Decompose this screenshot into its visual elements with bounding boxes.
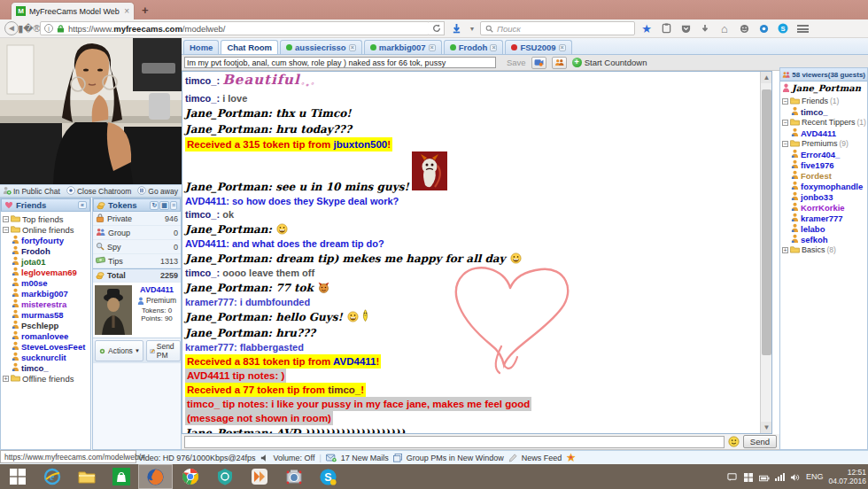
chat-username[interactable]: kramer777:	[185, 342, 240, 353]
friend-item[interactable]: romanlovee	[12, 330, 90, 341]
windows-tray-icon[interactable]	[743, 471, 754, 482]
list-icon[interactable]: ≡	[170, 201, 177, 210]
tab-close-icon[interactable]: ×	[124, 6, 129, 16]
viewer-item[interactable]: sefkoh	[791, 234, 867, 244]
go-away-button[interactable]: Go away	[137, 186, 178, 197]
downloads-button[interactable]	[448, 21, 464, 35]
download-arrow-icon[interactable]	[697, 21, 713, 35]
mail-icon[interactable]	[326, 454, 337, 462]
friend-item[interactable]: Pschlepp	[12, 320, 90, 330]
expand-toggle-icon[interactable]: −	[782, 98, 788, 105]
taskbar-security-app-icon[interactable]	[207, 464, 242, 489]
friend-item[interactable]: m00se	[12, 277, 90, 288]
home-icon[interactable]: ⌂	[717, 21, 732, 35]
viewer-group-friends[interactable]: −Friends (1)	[782, 96, 867, 106]
action-center-icon[interactable]	[727, 471, 738, 482]
chat-tab-frodoh[interactable]: Frodoh×	[444, 40, 504, 54]
save-topic-button[interactable]: Save	[507, 58, 526, 67]
room-topic-input[interactable]	[184, 57, 496, 68]
viewer-item[interactable]: Error404_	[791, 149, 867, 159]
friends-panel-header[interactable]: Friends «	[1, 198, 90, 212]
chat-username[interactable]: Jane_Portman:	[185, 311, 275, 323]
language-indicator[interactable]: ENG	[806, 472, 824, 481]
chat-tab-fsu2009[interactable]: FSU2009×	[505, 40, 571, 54]
folder-online-friends[interactable]: −Online friends	[3, 224, 90, 235]
friend-item[interactable]: Frodoh	[12, 245, 90, 256]
new-mails-link[interactable]: 17 New Mails	[341, 454, 389, 462]
viewer-item[interactable]: AVD4411	[791, 128, 867, 138]
tab-close-icon[interactable]: ×	[349, 44, 356, 51]
in-public-chat-button[interactable]: In Public Chat	[3, 186, 60, 197]
viewer-item[interactable]: jonbo33	[791, 191, 867, 202]
taskbar-firefox-icon[interactable]	[138, 464, 173, 489]
tab-close-icon[interactable]: ×	[559, 44, 566, 51]
chat-username[interactable]: Jane_Portman:	[185, 427, 275, 434]
friend-item[interactable]: jota01	[12, 256, 90, 267]
folder-offline-friends[interactable]: +Offline friends	[3, 373, 90, 384]
tab-close-icon[interactable]: ×	[490, 44, 497, 51]
pocket-icon[interactable]	[678, 21, 694, 35]
chat-username[interactable]: Jane_Portman:	[185, 252, 275, 265]
expand-toggle-icon[interactable]: −	[782, 120, 788, 126]
close-chatroom-button[interactable]: Close Chatroom	[66, 186, 131, 197]
chat-username[interactable]: Jane_Portman:	[185, 107, 275, 120]
downloads-caret-icon[interactable]: ▼	[468, 21, 477, 35]
chat-username[interactable]: Jane_Portman:	[185, 282, 275, 294]
taskbar-file-explorer-icon[interactable]	[69, 464, 104, 489]
back-button[interactable]: ◄	[4, 21, 19, 35]
chat-username[interactable]: Jane_Portman:	[185, 327, 275, 339]
taskbar-media-player-icon[interactable]	[242, 464, 276, 489]
chat-tab-home[interactable]: Home	[183, 40, 219, 54]
chat-username[interactable]: AVD4411:	[185, 238, 232, 249]
expand-toggle-icon[interactable]: −	[3, 227, 9, 233]
chat-username[interactable]: timco_:	[185, 75, 222, 86]
chat-username[interactable]: timco_:	[185, 209, 222, 220]
url-bar[interactable]: i https://www.myfreecams.com/modelweb/	[40, 21, 430, 35]
tab-close-icon[interactable]: ×	[429, 44, 436, 51]
news-feed-icon[interactable]	[508, 454, 517, 462]
actions-button[interactable]: Actions▼	[95, 340, 143, 361]
news-feed-link[interactable]: News Feed	[522, 454, 562, 462]
calculator-icon[interactable]: ▦	[159, 201, 169, 210]
friend-item[interactable]: fortyfourty	[12, 235, 90, 245]
chat-username[interactable]: timco_:	[185, 93, 222, 104]
viewer-item[interactable]: Fordest	[791, 170, 867, 181]
collapse-panel-icon[interactable]: «	[78, 201, 87, 209]
chat-tab-chat-room[interactable]: Chat Room	[221, 40, 278, 54]
emoticon-picker-icon[interactable]	[728, 436, 740, 447]
taskbar-skype-icon[interactable]: S	[311, 464, 345, 489]
clock[interactable]: 12:51 04.07.2016	[828, 468, 866, 485]
chat-log[interactable]: timco_: Beautifultimco_: i loveJane_Port…	[182, 71, 772, 434]
taskbar-windows-store-icon[interactable]	[104, 464, 138, 489]
taskbar-start-icon[interactable]	[0, 464, 35, 489]
bookmark-star-icon[interactable]: ★	[639, 21, 655, 35]
send-pm-button[interactable]: Send PM	[146, 340, 181, 361]
friend-item[interactable]: markbig007	[12, 288, 90, 299]
scroll-up-icon[interactable]: ▲	[761, 72, 772, 83]
expand-toggle-icon[interactable]: +	[3, 376, 9, 382]
volume-tray-icon[interactable]	[790, 471, 801, 482]
new-tab-button[interactable]: +	[142, 4, 149, 17]
chat-username[interactable]: kramer777:	[185, 297, 240, 307]
expand-toggle-icon[interactable]: −	[782, 141, 788, 147]
group-show-button[interactable]	[552, 57, 567, 69]
viewer-item[interactable]: timco_	[791, 106, 867, 117]
selected-user-name[interactable]: AVD4411	[135, 285, 179, 294]
taskbar-internet-explorer-icon[interactable]: e	[35, 464, 69, 489]
volume-status[interactable]: Volume: Off	[274, 454, 315, 462]
expand-toggle-icon[interactable]: −	[3, 216, 9, 222]
menu-hamburger-icon[interactable]	[794, 21, 810, 35]
scroll-down-icon[interactable]: ▼	[761, 422, 772, 433]
friend-item[interactable]: sucknurclit	[12, 352, 90, 362]
friend-item[interactable]: misterestra	[12, 299, 90, 309]
viewer-item[interactable]: five1976	[791, 159, 867, 170]
settings-addon-icon[interactable]	[756, 21, 771, 35]
network-icon[interactable]	[775, 473, 785, 481]
taskbar-chrome-icon[interactable]	[173, 464, 207, 489]
chat-username[interactable]: AVD4411:	[185, 196, 232, 206]
skype-addon-icon[interactable]: S	[775, 21, 791, 35]
refresh-tokens-icon[interactable]: ↻	[150, 201, 159, 210]
emoji-addon-icon[interactable]	[736, 21, 752, 35]
taskbar-camera-app-icon[interactable]	[276, 464, 311, 489]
send-button[interactable]: Send	[743, 435, 777, 448]
